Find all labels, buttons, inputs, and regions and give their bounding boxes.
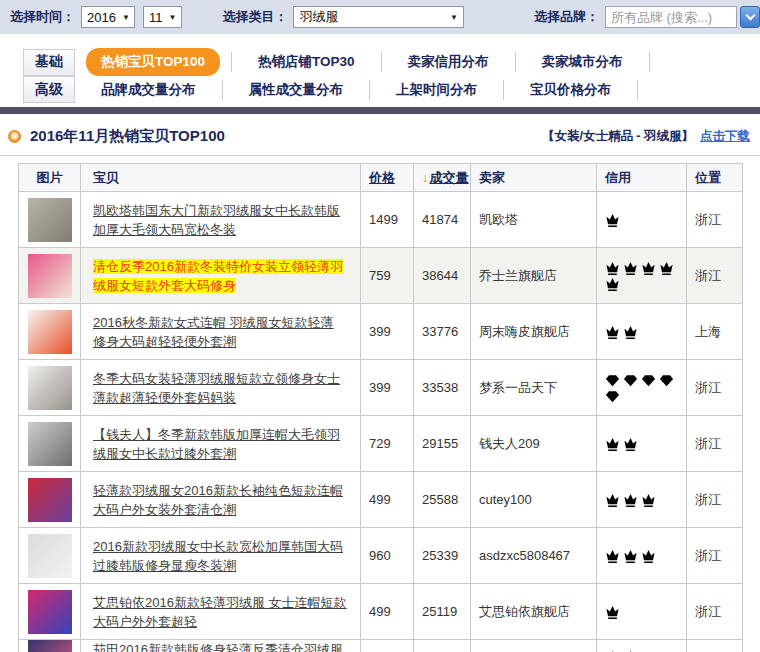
image-cell <box>19 528 81 584</box>
gold-crown-icon <box>605 437 620 452</box>
download-link[interactable]: 点击下载 <box>700 128 750 145</box>
price-sort-link[interactable]: 价格 <box>369 170 395 185</box>
product-image[interactable] <box>28 422 72 466</box>
seller-name: cutey100 <box>471 472 597 528</box>
table-row: 茄田2016新款韩版修身轻薄反季清仓羽绒服女短款连 <box>19 640 743 652</box>
credit-icons <box>597 472 687 528</box>
header-item: 宝贝 <box>81 164 361 192</box>
product-title-link[interactable]: 清仓反季2016新款冬装特价女装立领轻薄羽绒服女短款外套大码修身 <box>93 259 343 293</box>
sales-cell: 29155 <box>414 416 471 472</box>
location-cell: 上海 <box>687 304 743 360</box>
category-select[interactable]: 羽绒服 ▼ <box>293 6 464 28</box>
product-image[interactable] <box>28 640 72 652</box>
blue-crown-icon <box>605 277 620 292</box>
price-cell: 1499 <box>361 192 414 248</box>
price-cell: 399 <box>361 304 414 360</box>
tab-brand-volume-distribution[interactable]: 品牌成交量分布 <box>77 81 220 99</box>
product-title-link[interactable]: 凯欧塔韩国东大门新款羽绒服女中长款韩版加厚大毛领大码宽松冬装 <box>93 203 340 237</box>
header-seller: 卖家 <box>471 164 597 192</box>
location-cell: 浙江 <box>687 360 743 416</box>
credit-icons <box>597 192 687 248</box>
product-image[interactable] <box>28 478 72 522</box>
blue-gem-icon <box>641 373 656 388</box>
price-cell: 499 <box>361 472 414 528</box>
basic-tabs-label: 基础 <box>23 49 75 76</box>
gold-crown-icon <box>623 437 638 452</box>
product-image[interactable] <box>28 254 72 298</box>
credit-icons <box>597 640 687 652</box>
brand-combobox <box>605 6 760 28</box>
section-head: 2016年11月热销宝贝TOP100 【女装/女士精品 - 羽绒服】 点击下载 <box>0 114 760 155</box>
sales-cell: 33538 <box>414 360 471 416</box>
product-title-link[interactable]: 【钱夫人】冬季新款韩版加厚连帽大毛领羽绒服女中长款过膝外套潮 <box>93 427 340 461</box>
section-divider <box>0 155 760 156</box>
brand-dropdown-button[interactable] <box>740 6 760 28</box>
blue-crown-icon <box>605 213 620 228</box>
page-title: 2016年11月热销宝贝TOP100 <box>30 127 542 146</box>
tab-seller-credit-distribution[interactable]: 卖家信用分布 <box>384 53 513 71</box>
image-cell <box>19 640 81 652</box>
month-select[interactable]: 11 ▼ <box>143 6 182 28</box>
item-cell: 凯欧塔韩国东大门新款羽绒服女中长款韩版加厚大毛领大码宽松冬装 <box>81 192 361 248</box>
year-select[interactable]: 2016 ▼ <box>81 6 135 28</box>
tab-listing-time-distribution[interactable]: 上架时间分布 <box>372 81 501 99</box>
location-cell: 浙江 <box>687 248 743 304</box>
item-cell: 轻薄款羽绒服女2016新款长袖纯色短款连帽大码户外女装外套清仓潮 <box>81 472 361 528</box>
tab-attribute-volume-distribution[interactable]: 属性成交量分布 <box>225 81 368 99</box>
month-select-value: 11 <box>149 10 163 25</box>
tab-hot-shops-top30[interactable]: 热销店铺TOP30 <box>234 53 379 71</box>
filter-bar: 选择时间： 2016 ▼ 11 ▼ 选择类目： 羽绒服 ▼ 选择品牌： <box>0 0 760 34</box>
product-image[interactable] <box>28 310 72 354</box>
location-cell: 浙江 <box>687 528 743 584</box>
image-cell <box>19 304 81 360</box>
product-title-link[interactable]: 2016新款羽绒服女中长款宽松加厚韩国大码过膝韩版修身显瘦冬装潮 <box>93 539 343 573</box>
price-cell: 399 <box>361 360 414 416</box>
product-title-link[interactable]: 2016秋冬新款女式连帽 羽绒服女短款轻薄 修身大码超轻轻便外套潮 <box>93 315 334 349</box>
product-title-link[interactable]: 轻薄款羽绒服女2016新款长袖纯色短款连帽大码户外女装外套清仓潮 <box>93 483 343 517</box>
header-location: 位置 <box>687 164 743 192</box>
credit-icons <box>597 584 687 640</box>
year-select-value: 2016 <box>87 10 116 25</box>
top100-table: 图片 宝贝 价格 ↓成交量 卖家 信用 位置 凯欧塔韩国东大门新款羽绒服女中长款… <box>18 163 743 652</box>
advanced-tab-row: 高级 品牌成交量分布 属性成交量分布 上架时间分布 宝贝价格分布 <box>0 76 760 104</box>
category-path: 【女装/女士精品 - 羽绒服】 <box>542 128 694 145</box>
location-cell: 浙江 <box>687 416 743 472</box>
blue-crown-icon <box>605 605 620 620</box>
table-row: 清仓反季2016新款冬装特价女装立领轻薄羽绒服女短款外套大码修身 759 386… <box>19 248 743 304</box>
image-cell <box>19 416 81 472</box>
time-filter-label: 选择时间： <box>10 8 75 26</box>
basic-tab-row: 基础 热销宝贝TOP100 热销店铺TOP30 卖家信用分布 卖家城市分布 <box>0 48 760 76</box>
item-cell: 2016秋冬新款女式连帽 羽绒服女短款轻薄 修身大码超轻轻便外套潮 <box>81 304 361 360</box>
location-cell: 浙江 <box>687 192 743 248</box>
sales-cell: 25588 <box>414 472 471 528</box>
product-image[interactable] <box>28 590 72 634</box>
sales-sort-link[interactable]: 成交量 <box>430 170 469 185</box>
product-image[interactable] <box>28 366 72 410</box>
product-image[interactable] <box>28 534 72 578</box>
product-title-link[interactable]: 艾思铂依2016新款轻薄羽绒服 女士连帽短款大码户外外套超轻 <box>93 595 347 629</box>
table-row: 冬季大码女装轻薄羽绒服短款立领修身女士薄款超薄轻便外套妈妈装 399 33538… <box>19 360 743 416</box>
tab-hot-items-top100[interactable]: 热销宝贝TOP100 <box>86 48 220 76</box>
sales-cell: 33776 <box>414 304 471 360</box>
seller-name: 凯欧塔 <box>471 192 597 248</box>
price-cell <box>361 640 414 652</box>
product-title-link[interactable]: 冬季大码女装轻薄羽绒服短款立领修身女士薄款超薄轻便外套妈妈装 <box>93 371 340 405</box>
seller-name: asdzxc5808467 <box>471 528 597 584</box>
credit-icons <box>597 304 687 360</box>
credit-icons <box>597 528 687 584</box>
credit-icons <box>597 416 687 472</box>
category-select-value: 羽绒服 <box>299 8 338 26</box>
header-price: 价格 <box>361 164 414 192</box>
seller-name: 梦系一品天下 <box>471 360 597 416</box>
blue-crown-icon <box>605 261 620 276</box>
blue-crown-icon <box>659 261 674 276</box>
dropdown-arrow-icon: ▼ <box>122 13 130 22</box>
brand-search-input[interactable] <box>605 6 737 28</box>
sort-desc-icon: ↓ <box>422 170 429 185</box>
item-cell: 茄田2016新款韩版修身轻薄反季清仓羽绒服女短款连 <box>81 640 361 652</box>
tab-seller-city-distribution[interactable]: 卖家城市分布 <box>518 53 647 71</box>
product-image[interactable] <box>28 198 72 242</box>
tab-item-price-distribution[interactable]: 宝贝价格分布 <box>506 81 635 99</box>
header-image: 图片 <box>19 164 81 192</box>
product-title-link[interactable]: 茄田2016新款韩版修身轻薄反季清仓羽绒服女短款连 <box>93 642 343 652</box>
